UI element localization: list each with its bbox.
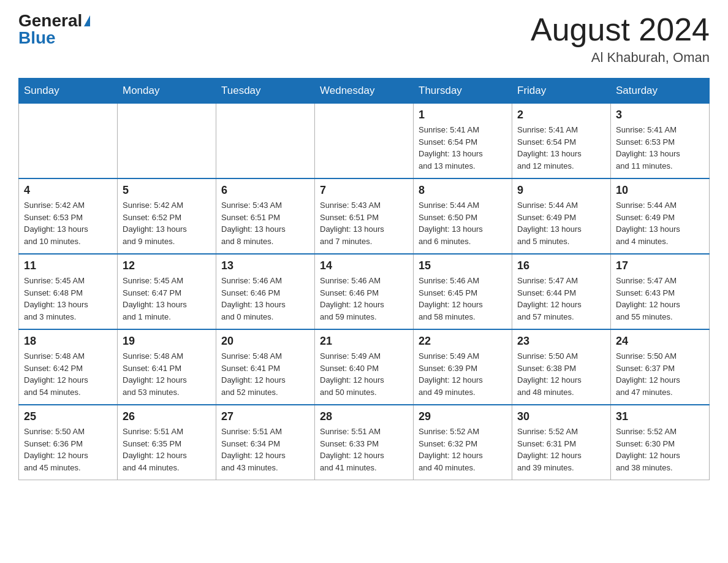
- day-info: Sunrise: 5:51 AM Sunset: 6:34 PM Dayligh…: [221, 426, 309, 473]
- day-number: 14: [320, 259, 408, 272]
- calendar-cell: 17Sunrise: 5:47 AM Sunset: 6:43 PM Dayli…: [611, 254, 710, 329]
- day-info: Sunrise: 5:49 AM Sunset: 6:39 PM Dayligh…: [419, 350, 507, 398]
- weekday-header-sunday: Sunday: [19, 79, 118, 104]
- day-info: Sunrise: 5:41 AM Sunset: 6:53 PM Dayligh…: [616, 124, 704, 172]
- day-info: Sunrise: 5:51 AM Sunset: 6:33 PM Dayligh…: [320, 426, 408, 473]
- weekday-header-wednesday: Wednesday: [315, 79, 414, 104]
- day-info: Sunrise: 5:48 AM Sunset: 6:41 PM Dayligh…: [123, 350, 211, 398]
- day-info: Sunrise: 5:43 AM Sunset: 6:51 PM Dayligh…: [320, 199, 408, 247]
- weekday-header-thursday: Thursday: [414, 79, 512, 104]
- weekday-header-tuesday: Tuesday: [216, 79, 315, 104]
- calendar-cell: 22Sunrise: 5:49 AM Sunset: 6:39 PM Dayli…: [414, 329, 512, 405]
- calendar-table: SundayMondayTuesdayWednesdayThursdayFrid…: [18, 78, 710, 480]
- calendar-cell: 24Sunrise: 5:50 AM Sunset: 6:37 PM Dayli…: [611, 329, 710, 405]
- calendar-cell: [315, 104, 414, 179]
- calendar-cell: 8Sunrise: 5:44 AM Sunset: 6:50 PM Daylig…: [414, 178, 512, 254]
- location-title: Al Khaburah, Oman: [531, 50, 710, 66]
- day-number: 12: [123, 259, 211, 272]
- day-info: Sunrise: 5:48 AM Sunset: 6:42 PM Dayligh…: [24, 350, 112, 398]
- calendar-cell: 10Sunrise: 5:44 AM Sunset: 6:49 PM Dayli…: [611, 178, 710, 254]
- day-number: 9: [517, 184, 605, 197]
- title-block: August 2024 Al Khaburah, Oman: [531, 12, 710, 66]
- calendar-cell: 27Sunrise: 5:51 AM Sunset: 6:34 PM Dayli…: [216, 405, 315, 480]
- day-number: 4: [24, 184, 112, 197]
- day-info: Sunrise: 5:48 AM Sunset: 6:41 PM Dayligh…: [221, 350, 309, 398]
- calendar-cell: 15Sunrise: 5:46 AM Sunset: 6:45 PM Dayli…: [414, 254, 512, 329]
- day-info: Sunrise: 5:50 AM Sunset: 6:38 PM Dayligh…: [517, 350, 605, 398]
- calendar-cell: 25Sunrise: 5:50 AM Sunset: 6:36 PM Dayli…: [19, 405, 118, 480]
- day-number: 28: [320, 410, 408, 423]
- calendar-cell: 28Sunrise: 5:51 AM Sunset: 6:33 PM Dayli…: [315, 405, 414, 480]
- calendar-cell: 4Sunrise: 5:42 AM Sunset: 6:53 PM Daylig…: [19, 178, 118, 254]
- day-number: 8: [419, 184, 507, 197]
- day-number: 18: [24, 335, 112, 348]
- day-number: 24: [616, 335, 704, 348]
- calendar-cell: 9Sunrise: 5:44 AM Sunset: 6:49 PM Daylig…: [512, 178, 611, 254]
- day-info: Sunrise: 5:42 AM Sunset: 6:53 PM Dayligh…: [24, 199, 112, 247]
- weekday-header-monday: Monday: [118, 79, 216, 104]
- day-number: 17: [616, 259, 704, 272]
- day-info: Sunrise: 5:46 AM Sunset: 6:46 PM Dayligh…: [320, 275, 408, 323]
- month-title: August 2024: [531, 12, 710, 47]
- day-number: 5: [123, 184, 211, 197]
- day-info: Sunrise: 5:43 AM Sunset: 6:51 PM Dayligh…: [221, 199, 309, 247]
- day-number: 16: [517, 259, 605, 272]
- logo-general-text: General: [18, 12, 82, 29]
- logo-blue-text: Blue: [18, 29, 56, 47]
- day-number: 11: [24, 259, 112, 272]
- calendar-body: 1Sunrise: 5:41 AM Sunset: 6:54 PM Daylig…: [19, 104, 710, 480]
- calendar-cell: 23Sunrise: 5:50 AM Sunset: 6:38 PM Dayli…: [512, 329, 611, 405]
- day-number: 7: [320, 184, 408, 197]
- day-info: Sunrise: 5:46 AM Sunset: 6:46 PM Dayligh…: [221, 275, 309, 323]
- calendar-cell: 11Sunrise: 5:45 AM Sunset: 6:48 PM Dayli…: [19, 254, 118, 329]
- day-info: Sunrise: 5:49 AM Sunset: 6:40 PM Dayligh…: [320, 350, 408, 398]
- calendar-cell: 18Sunrise: 5:48 AM Sunset: 6:42 PM Dayli…: [19, 329, 118, 405]
- day-info: Sunrise: 5:46 AM Sunset: 6:45 PM Dayligh…: [419, 275, 507, 323]
- calendar-cell: 12Sunrise: 5:45 AM Sunset: 6:47 PM Dayli…: [118, 254, 216, 329]
- day-info: Sunrise: 5:51 AM Sunset: 6:35 PM Dayligh…: [123, 426, 211, 473]
- day-info: Sunrise: 5:42 AM Sunset: 6:52 PM Dayligh…: [123, 199, 211, 247]
- weekday-header-friday: Friday: [512, 79, 611, 104]
- calendar-cell: 5Sunrise: 5:42 AM Sunset: 6:52 PM Daylig…: [118, 178, 216, 254]
- day-info: Sunrise: 5:45 AM Sunset: 6:47 PM Dayligh…: [123, 275, 211, 323]
- calendar-cell: 1Sunrise: 5:41 AM Sunset: 6:54 PM Daylig…: [414, 104, 512, 179]
- day-number: 29: [419, 410, 507, 423]
- calendar-cell: 3Sunrise: 5:41 AM Sunset: 6:53 PM Daylig…: [611, 104, 710, 179]
- day-info: Sunrise: 5:44 AM Sunset: 6:49 PM Dayligh…: [616, 199, 704, 247]
- calendar-cell: 7Sunrise: 5:43 AM Sunset: 6:51 PM Daylig…: [315, 178, 414, 254]
- day-number: 25: [24, 410, 112, 423]
- day-info: Sunrise: 5:47 AM Sunset: 6:44 PM Dayligh…: [517, 275, 605, 323]
- calendar-week-row: 25Sunrise: 5:50 AM Sunset: 6:36 PM Dayli…: [19, 405, 710, 480]
- day-info: Sunrise: 5:41 AM Sunset: 6:54 PM Dayligh…: [517, 124, 605, 172]
- day-info: Sunrise: 5:52 AM Sunset: 6:32 PM Dayligh…: [419, 426, 507, 473]
- day-info: Sunrise: 5:44 AM Sunset: 6:49 PM Dayligh…: [517, 199, 605, 247]
- day-info: Sunrise: 5:50 AM Sunset: 6:36 PM Dayligh…: [24, 426, 112, 473]
- calendar-cell: [19, 104, 118, 179]
- day-number: 3: [616, 109, 704, 121]
- day-number: 19: [123, 335, 211, 348]
- calendar-cell: 19Sunrise: 5:48 AM Sunset: 6:41 PM Dayli…: [118, 329, 216, 405]
- calendar-week-row: 11Sunrise: 5:45 AM Sunset: 6:48 PM Dayli…: [19, 254, 710, 329]
- day-number: 31: [616, 410, 704, 423]
- day-number: 27: [221, 410, 309, 423]
- calendar-cell: 29Sunrise: 5:52 AM Sunset: 6:32 PM Dayli…: [414, 405, 512, 480]
- calendar-cell: 26Sunrise: 5:51 AM Sunset: 6:35 PM Dayli…: [118, 405, 216, 480]
- day-number: 21: [320, 335, 408, 348]
- day-number: 23: [517, 335, 605, 348]
- day-number: 15: [419, 259, 507, 272]
- calendar-cell: 30Sunrise: 5:52 AM Sunset: 6:31 PM Dayli…: [512, 405, 611, 480]
- day-number: 2: [517, 109, 605, 121]
- day-info: Sunrise: 5:47 AM Sunset: 6:43 PM Dayligh…: [616, 275, 704, 323]
- day-number: 13: [221, 259, 309, 272]
- calendar-cell: 31Sunrise: 5:52 AM Sunset: 6:30 PM Dayli…: [611, 405, 710, 480]
- calendar-week-row: 1Sunrise: 5:41 AM Sunset: 6:54 PM Daylig…: [19, 104, 710, 179]
- page-header: General Blue August 2024 Al Khaburah, Om…: [18, 12, 710, 66]
- calendar-cell: [216, 104, 315, 179]
- calendar-cell: 13Sunrise: 5:46 AM Sunset: 6:46 PM Dayli…: [216, 254, 315, 329]
- day-info: Sunrise: 5:52 AM Sunset: 6:30 PM Dayligh…: [616, 426, 704, 473]
- calendar-week-row: 18Sunrise: 5:48 AM Sunset: 6:42 PM Dayli…: [19, 329, 710, 405]
- day-number: 10: [616, 184, 704, 197]
- calendar-cell: [118, 104, 216, 179]
- day-info: Sunrise: 5:41 AM Sunset: 6:54 PM Dayligh…: [419, 124, 507, 172]
- calendar-cell: 6Sunrise: 5:43 AM Sunset: 6:51 PM Daylig…: [216, 178, 315, 254]
